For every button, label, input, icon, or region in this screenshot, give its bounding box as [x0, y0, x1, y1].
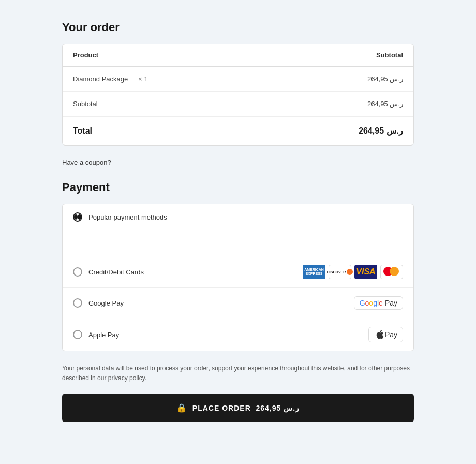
- popular-payment-content: [63, 230, 413, 256]
- product-info: Diamond Package × 1: [73, 75, 148, 83]
- apple-pay-radio[interactable]: [73, 330, 82, 339]
- total-value: ر.س 264,95: [359, 126, 403, 136]
- payment-option-credit-debit[interactable]: Credit/Debit Cards AMERICAN EXPRESS DISC…: [63, 256, 413, 288]
- product-column-header: Product: [73, 51, 98, 59]
- total-label: Total: [73, 126, 92, 136]
- subtotal-value: ر.س 264,95: [367, 100, 403, 108]
- google-pay-left: Google Pay: [73, 298, 124, 308]
- popular-payment-label: Popular payment methods: [88, 213, 167, 221]
- subtotal-column-header: Subtotal: [376, 51, 403, 59]
- payment-options: Popular payment methods Credit/Debit Car…: [62, 204, 414, 351]
- total-row: Total ر.س 264,95: [63, 117, 413, 145]
- payment-option-apple-pay[interactable]: Apple Pay Pay: [63, 318, 413, 351]
- privacy-text: Your personal data will be used to proce…: [62, 364, 414, 383]
- product-row: Diamond Package × 1 ر.س 264,95: [63, 67, 413, 92]
- product-quantity: × 1: [138, 75, 147, 83]
- coupon-link[interactable]: Have a coupon?: [62, 158, 111, 166]
- payment-option-popular-left: Popular payment methods: [73, 212, 167, 222]
- order-section-title: Your order: [62, 21, 414, 34]
- discover-icon: DISCOVER: [329, 265, 351, 279]
- apple-pay-label: Apple Pay: [88, 331, 119, 339]
- credit-debit-label: Credit/Debit Cards: [88, 268, 144, 276]
- page-container: Your order Product Subtotal Diamond Pack…: [10, 10, 466, 454]
- product-price: ر.س 264,95: [367, 75, 403, 83]
- mastercard-icon: [380, 265, 403, 279]
- google-pay-label: Google Pay: [88, 299, 124, 307]
- amex-icon: AMERICAN EXPRESS: [303, 265, 325, 279]
- apple-pay-badge: Pay: [368, 327, 403, 342]
- credit-debit-radio[interactable]: [73, 267, 82, 277]
- google-pay-radio[interactable]: [73, 298, 82, 308]
- google-pay-badge: Google Pay: [354, 296, 403, 310]
- credit-card-icons: AMERICAN EXPRESS DISCOVER VISA: [303, 265, 403, 279]
- apple-logo-icon: [376, 329, 384, 340]
- apple-pay-left: Apple Pay: [73, 330, 119, 339]
- visa-icon: VISA: [354, 265, 377, 279]
- product-name: Diamond Package: [73, 75, 128, 83]
- order-table: Product Subtotal Diamond Package × 1 ر.س…: [62, 44, 414, 146]
- payment-option-google-pay[interactable]: Google Pay Google Pay: [63, 288, 413, 318]
- payment-section-title: Payment: [62, 181, 414, 194]
- order-table-header: Product Subtotal: [63, 44, 413, 67]
- lock-icon: 🔒: [176, 403, 187, 413]
- place-order-button[interactable]: 🔒 PLACE ORDER 264,95 ر.س: [62, 394, 414, 422]
- subtotal-label: Subtotal: [73, 100, 98, 108]
- credit-debit-left: Credit/Debit Cards: [73, 267, 144, 277]
- coupon-section: Have a coupon?: [62, 158, 414, 166]
- place-order-text: PLACE ORDER 264,95 ر.س: [192, 404, 300, 412]
- popular-radio[interactable]: [73, 212, 82, 222]
- subtotal-row: Subtotal ر.س 264,95: [63, 92, 413, 117]
- payment-option-popular[interactable]: Popular payment methods: [63, 204, 413, 230]
